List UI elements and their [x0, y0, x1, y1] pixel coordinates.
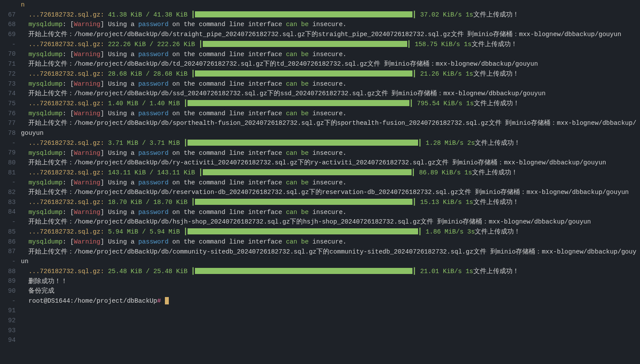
- text-segment: 15.13 KiB/s 1s: [416, 199, 473, 206]
- text-segment: on the command line interface: [168, 238, 286, 245]
- terminal-line: ...726182732.sql.gz: 143.11 KiB / 143.11…: [21, 168, 640, 178]
- text-segment: : [: [63, 238, 74, 245]
- terminal-line: ...726182732.sql.gz: 5.94 MiB / 5.94 MiB…: [21, 227, 640, 237]
- text-segment: 开始上传文件：/home/project/dbBackUp/db/communi…: [21, 248, 637, 265]
- progress-bar: [188, 228, 418, 234]
- text-segment: ┃: [418, 228, 422, 235]
- text-segment: password: [138, 51, 169, 58]
- line-number: 93: [0, 326, 16, 336]
- text-segment: 文件上传成功！: [473, 268, 519, 275]
- line-number: 88: [0, 267, 16, 277]
- text-segment: Warning: [74, 80, 101, 87]
- terminal-line: 开始上传文件：/home/project/dbBackUp/db/communi…: [21, 247, 640, 267]
- text-segment: mysqldump: [21, 51, 63, 58]
- text-segment: : [: [63, 80, 74, 87]
- line-number: 89: [0, 276, 16, 286]
- text-segment: 1.40 MiB / 1.40 MiB: [108, 100, 180, 107]
- text-segment: 开始上传文件：/home/project/dbBackUp/db/td_2024…: [21, 60, 538, 67]
- terminal-line: mysqldump: [Warning] Using a password on…: [21, 20, 640, 30]
- text-segment: root@DS1644:/home/project/dbBackUp: [21, 297, 157, 304]
- text-segment: insecure.: [308, 179, 346, 186]
- line-number: 86: [0, 237, 16, 247]
- text-segment: : [: [63, 21, 74, 28]
- terminal-line: 开始上传文件：/home/project/dbBackUp/db/hsjh-sh…: [21, 217, 640, 227]
- text-segment: : [: [63, 110, 74, 117]
- text-segment: Warning: [74, 238, 101, 245]
- text-segment: 删除成功！！: [21, 278, 67, 285]
- line-number: 71: [0, 59, 16, 69]
- terminal-line: ...726182732.sql.gz: 1.40 MiB / 1.40 MiB…: [21, 99, 640, 109]
- terminal-line: ...726182732.sql.gz: 3.71 MiB / 3.71 MiB…: [21, 138, 640, 148]
- text-segment: ┃: [188, 268, 195, 275]
- text-segment: ...726182732.sql.gz:: [21, 268, 108, 275]
- line-number: 79: [0, 148, 16, 158]
- text-segment: ] Using a: [101, 110, 138, 117]
- line-number: -: [0, 257, 16, 267]
- text-segment: password: [138, 150, 169, 157]
- text-segment: mysqldump: [21, 179, 63, 186]
- terminal-line: 备份完成: [21, 286, 640, 296]
- text-segment: : [: [63, 179, 74, 186]
- line-number-gutter: 676869-707172737475767778-798081-828384-…: [0, 0, 18, 345]
- text-segment: insecure.: [308, 209, 346, 216]
- terminal-line: root@DS1644:/home/project/dbBackUp#: [21, 296, 640, 306]
- terminal-line: 开始上传文件：/home/project/dbBackUp/db/ssd_202…: [21, 89, 640, 99]
- text-segment: Warning: [74, 51, 101, 58]
- text-segment: insecure.: [308, 80, 346, 87]
- text-segment: #: [157, 297, 164, 304]
- text-segment: ┃: [180, 100, 187, 107]
- terminal-line: 删除成功！！: [21, 277, 640, 287]
- terminal-line: mysqldump: [Warning] Using a password on…: [21, 237, 640, 247]
- text-segment: Warning: [74, 110, 101, 117]
- text-segment: 18.70 KiB / 18.70 KiB: [108, 199, 188, 206]
- line-number: 81: [0, 168, 16, 178]
- text-segment: 开始上传文件：/home/project/dbBackUp/db/reserva…: [21, 189, 629, 196]
- progress-bar: [195, 70, 412, 77]
- text-segment: ...726182732.sql.gz:: [21, 140, 108, 147]
- text-segment: on the command line interface: [168, 110, 286, 117]
- text-segment: : [: [63, 51, 74, 58]
- text-segment: 开始上传文件：/home/project/dbBackUp/db/straigh…: [21, 31, 621, 38]
- line-number: 76: [0, 109, 16, 119]
- line-number: 73: [0, 79, 16, 89]
- progress-bar: [188, 100, 409, 106]
- text-segment: password: [138, 80, 169, 87]
- progress-bar: [195, 268, 412, 274]
- text-segment: 备份完成: [21, 287, 54, 294]
- text-segment: mysqldump: [21, 238, 63, 245]
- terminal-output[interactable]: n ...726182732.sql.gz: 41.38 KiB / 41.38…: [18, 0, 640, 345]
- text-segment: insecure.: [308, 150, 346, 157]
- text-segment: ] Using a: [101, 21, 138, 28]
- terminal-line: ...726182732.sql.gz: 18.70 KiB / 18.70 K…: [21, 197, 640, 207]
- line-number: 74: [0, 89, 16, 99]
- line-number: 70: [0, 49, 16, 59]
- progress-bar: [188, 140, 418, 146]
- text-segment: : [: [63, 209, 74, 216]
- line-number: 67: [0, 10, 16, 20]
- text-segment: password: [138, 21, 169, 28]
- text-segment: ┃: [195, 169, 202, 176]
- terminal-line: ...726182732.sql.gz: 28.68 KiB / 28.68 K…: [21, 69, 640, 79]
- terminal-line: 开始上传文件：/home/project/dbBackUp/db/reserva…: [21, 187, 640, 197]
- text-segment: ...726182732.sql.gz:: [21, 11, 108, 18]
- progress-bar: [195, 11, 412, 17]
- line-number: 87: [0, 247, 16, 257]
- text-segment: 5.94 MiB / 5.94 MiB: [108, 228, 180, 235]
- editor-root: 676869-707172737475767778-798081-828384-…: [0, 0, 640, 345]
- text-segment: mysqldump: [21, 21, 63, 28]
- terminal-line: 开始上传文件：/home/project/dbBackUp/db/sporthe…: [21, 118, 640, 138]
- text-segment: Warning: [74, 21, 101, 28]
- text-segment: 文件上传成功！: [472, 41, 517, 48]
- text-segment: 开始上传文件：/home/project/dbBackUp/db/ry-acti…: [21, 159, 606, 166]
- text-segment: can be: [286, 51, 308, 58]
- text-segment: 开始上传文件：/home/project/dbBackUp/db/ssd_202…: [21, 90, 546, 97]
- terminal-line: mysqldump: [Warning] Using a password on…: [21, 79, 640, 89]
- text-segment: ] Using a: [101, 150, 138, 157]
- text-segment: 文件上传成功！: [475, 140, 520, 147]
- text-segment: 86.89 KiB/s 1s: [415, 169, 472, 176]
- text-segment: can be: [286, 179, 308, 186]
- text-segment: 795.54 KiB/s 1s: [413, 100, 474, 107]
- text-segment: on the command line interface: [168, 179, 286, 186]
- line-number: 80: [0, 158, 16, 168]
- text-segment: ...726182732.sql.gz:: [21, 199, 108, 206]
